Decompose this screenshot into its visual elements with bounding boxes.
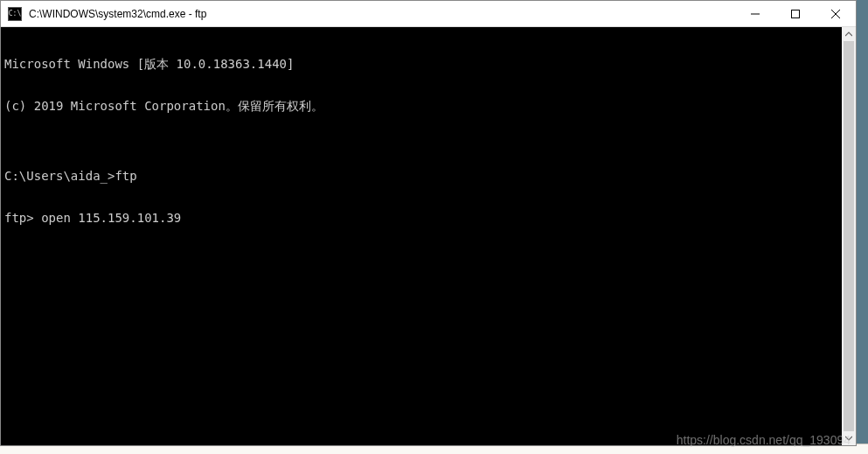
scrollbar-up-button[interactable] (842, 27, 856, 41)
window-titlebar[interactable]: C:\ C:\WINDOWS\system32\cmd.exe - ftp (1, 1, 856, 27)
terminal-line: C:\Users\aida_>ftp (4, 169, 838, 183)
maximize-button[interactable] (775, 1, 816, 26)
chevron-down-icon (845, 435, 852, 442)
minimize-button[interactable] (735, 1, 775, 26)
maximize-icon (791, 10, 800, 18)
terminal-line: ftp> open 115.159.101.39 (4, 211, 838, 225)
terminal-content[interactable]: Microsoft Windows [版本 10.0.18363.1440] (… (1, 27, 842, 445)
window-title: C:\WINDOWS\system32\cmd.exe - ftp (27, 8, 735, 20)
terminal-line: (c) 2019 Microsoft Corporation。保留所有权利。 (4, 99, 838, 113)
close-button[interactable] (816, 1, 856, 26)
scrollbar-thumb[interactable] (844, 41, 854, 431)
minimize-icon (751, 10, 760, 18)
cmd-window: C:\ C:\WINDOWS\system32\cmd.exe - ftp (0, 0, 857, 446)
scrollbar-track[interactable] (842, 41, 856, 431)
terminal-area: Microsoft Windows [版本 10.0.18363.1440] (… (1, 27, 856, 445)
svg-rect-1 (792, 10, 800, 17)
cmd-icon: C:\ (8, 7, 22, 21)
terminal-line: Microsoft Windows [版本 10.0.18363.1440] (4, 57, 838, 71)
chevron-up-icon (845, 31, 852, 38)
close-icon (831, 10, 840, 18)
vertical-scrollbar[interactable] (842, 27, 856, 445)
window-controls (735, 1, 856, 26)
scrollbar-down-button[interactable] (842, 431, 856, 445)
